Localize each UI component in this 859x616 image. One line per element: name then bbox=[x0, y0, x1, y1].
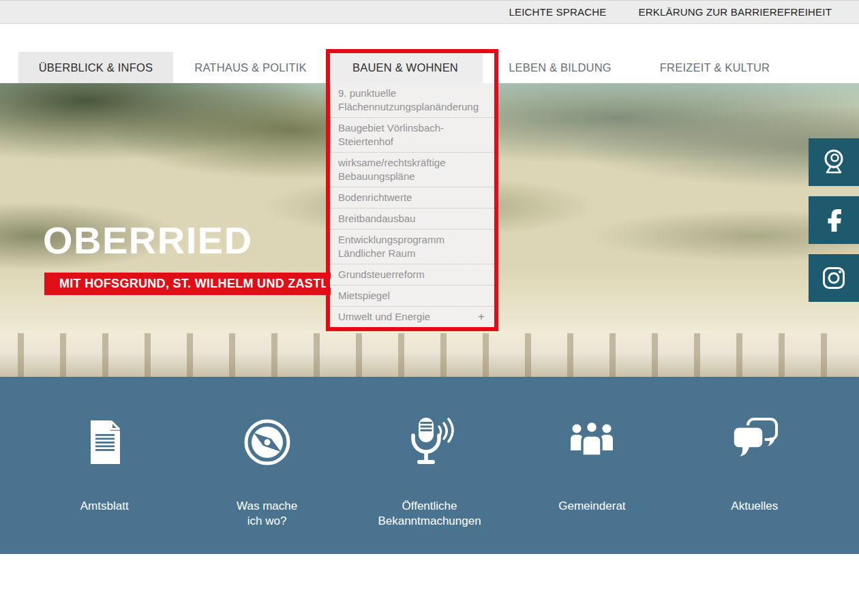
people-icon bbox=[563, 413, 620, 472]
quicklink-label: Gemeinderat bbox=[558, 499, 625, 514]
hero-subtitle-banner: MIT HOFSGRUND, ST. WILHELM UND ZASTLER bbox=[44, 273, 361, 295]
bauen-wohnen-dropdown: 9. punktuelle Flächennutzungsplanänderun… bbox=[331, 83, 494, 327]
quicklink-label: Öffentliche Bekanntmachungen bbox=[368, 499, 491, 529]
quicklink-amtsblatt[interactable]: Amtsblatt bbox=[23, 377, 185, 554]
menu-item-umwelt-energie-label: Umwelt und Energie bbox=[338, 310, 430, 324]
menu-item-grundsteuerreform[interactable]: Grundsteuerreform bbox=[331, 264, 494, 286]
main-nav: ÜBERBLICK & INFOS RATHAUS & POLITIK BAUE… bbox=[0, 24, 859, 83]
webcam-button[interactable] bbox=[809, 138, 859, 186]
compass-icon bbox=[239, 413, 296, 472]
speech-bubbles-icon bbox=[726, 413, 783, 472]
quicklink-label: Aktuelles bbox=[731, 499, 778, 514]
expand-plus-icon[interactable]: + bbox=[478, 310, 485, 324]
menu-item-bebauungsplaene[interactable]: wirksame/rechtskräftige Bebauungspläne bbox=[331, 153, 494, 187]
nav-item-leben-bildung[interactable]: LEBEN & BILDUNG bbox=[483, 52, 637, 83]
microphone-icon bbox=[401, 413, 458, 472]
quicklink-label: Was mache ich wo? bbox=[233, 499, 301, 529]
menu-item-mietspiegel[interactable]: Mietspiegel bbox=[331, 286, 494, 307]
menu-item-umwelt-energie[interactable]: Umwelt und Energie + bbox=[331, 307, 494, 327]
hero-title: OBERRIED bbox=[43, 218, 253, 262]
page: LEICHTE SPRACHE ERKLÄRUNG ZUR BARRIEREFR… bbox=[0, 0, 859, 616]
nav-item-ueberblick-infos[interactable]: ÜBERBLICK & INFOS bbox=[18, 52, 173, 83]
webcam-icon bbox=[817, 146, 850, 179]
quicklink-gemeinderat[interactable]: Gemeinderat bbox=[511, 377, 673, 554]
nav-item-bauen-wohnen[interactable]: BAUEN & WOHNEN bbox=[328, 52, 483, 83]
instagram-button[interactable] bbox=[809, 254, 859, 302]
quicklink-aktuelles[interactable]: Aktuelles bbox=[674, 377, 836, 554]
menu-item-entwicklungsprogramm[interactable]: Entwicklungsprogramm Ländlicher Raum bbox=[331, 230, 494, 264]
menu-item-baugebiet-voerlinsbach[interactable]: Baugebiet Vörlinsbach-Steiertenhof bbox=[331, 118, 494, 153]
nav-items: ÜBERBLICK & INFOS RATHAUS & POLITIK BAUE… bbox=[18, 52, 792, 83]
social-rail bbox=[809, 138, 859, 302]
quicklink-bekanntmachungen[interactable]: Öffentliche Bekanntmachungen bbox=[348, 377, 511, 554]
quicklink-section: Amtsblatt Was mache ich wo? bbox=[0, 377, 859, 554]
nav-item-rathaus-politik[interactable]: RATHAUS & POLITIK bbox=[173, 52, 328, 83]
menu-item-bodenrichtwerte[interactable]: Bodenrichtwerte bbox=[331, 187, 494, 209]
link-leichte-sprache[interactable]: LEICHTE SPRACHE bbox=[509, 6, 606, 18]
facebook-button[interactable] bbox=[809, 196, 859, 244]
link-barrierefreiheit[interactable]: ERKLÄRUNG ZUR BARRIEREFREIHEIT bbox=[638, 6, 832, 18]
facebook-icon bbox=[817, 204, 850, 236]
quicklink-was-mache-ich-wo[interactable]: Was mache ich wo? bbox=[185, 377, 348, 554]
menu-item-flaechennutzungsplanaenderung[interactable]: 9. punktuelle Flächennutzungsplanänderun… bbox=[331, 83, 494, 118]
nav-item-freizeit-kultur[interactable]: FREIZEIT & KULTUR bbox=[637, 52, 792, 83]
document-icon bbox=[76, 413, 133, 472]
quicklink-label: Amtsblatt bbox=[80, 499, 129, 514]
instagram-icon bbox=[817, 262, 850, 294]
menu-item-breitbandausbau[interactable]: Breitbandausbau bbox=[331, 209, 494, 230]
utility-bar: LEICHTE SPRACHE ERKLÄRUNG ZUR BARRIEREFR… bbox=[0, 0, 859, 24]
